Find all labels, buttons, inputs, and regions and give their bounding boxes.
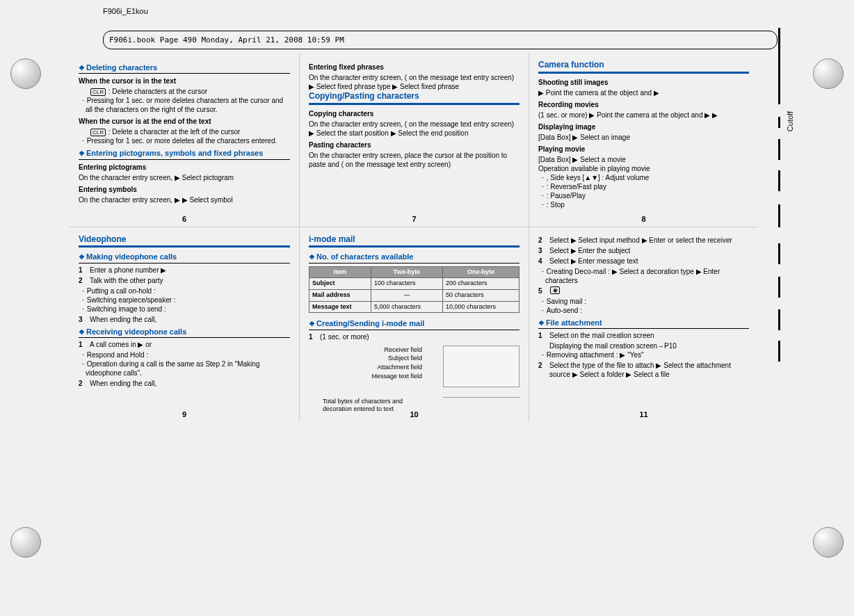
sub-heading: When the cursor is at the end of the tex… [79,117,290,126]
register-mark [813,58,844,89]
body-text: [Data Box] ▶ Select an image [538,133,749,142]
sub-heading: When the cursor is in the text [79,76,290,86]
body-text: ▶ Point the camera at the object and ▶ [538,88,749,97]
body-text: CLR : Delete characters at the cursor [90,87,290,96]
mail-diagram: Receiver field Subject field Attachment … [309,346,519,414]
page-number: 11 [639,410,647,419]
cutoff-label: Cutoff [786,111,794,131]
section-heading: ❖No. of characters available [309,252,519,263]
step: 1 (1 sec. or more) [309,332,519,341]
bullet: Operation during a call is the same as S… [86,359,290,378]
cut-mark [778,170,780,191]
body-text: On the character entry screen, ( on the … [309,120,519,138]
bullet: Respond and Hold : [86,350,290,359]
bullet: Switching earpiece/speaker : [86,295,290,305]
diagram-label: Attachment field [309,364,443,372]
diagram-label: Subject field [309,355,443,363]
page-6: ❖Deleting characters When the cursor is … [70,53,299,227]
page-7: Entering fixed phrases On the character … [299,53,529,227]
body-text: CLR : Delete a character at the left of … [90,127,290,136]
section-title: Videophone [79,234,290,248]
page-number: 10 [410,410,418,419]
cut-mark [778,117,780,128]
step: 1A call comes in ▶ or [79,340,290,349]
sub-heading: Entering pictograms [79,163,290,172]
bullet: Saving mail : [545,297,749,306]
section-heading: ❖File attachment [538,318,749,329]
sub-heading: Shooting still images [538,78,749,87]
bullet: Creating Deco-mail : ▶ Select a decorati… [545,267,749,285]
bullet: : Stop [545,200,749,209]
table-header: Item [309,266,371,278]
page-10: i-mode mail ❖No. of characters available… [299,227,529,421]
body-text: Displaying the mail creation screen→P10 [549,341,749,350]
cut-mark [778,277,780,298]
section-heading: ❖Entering pictograms, symbols and fixed … [79,148,290,159]
bullet: : Pause/Play [545,191,749,200]
section-title: Camera function [538,60,749,74]
bullet: Removing attachment : ▶ "Yes" [545,350,749,359]
section-heading: ❖Receiving videophone calls [79,327,290,338]
section-heading: ❖Deleting characters [79,63,290,74]
step: 1Select on the mail creation screen [538,331,749,340]
step: 5◉ [538,286,749,295]
step: 3Select ▶ Enter the subject [538,246,749,255]
page-grid: ❖Deleting characters When the cursor is … [70,53,758,421]
cut-mark [778,243,780,264]
register-mark [10,527,41,558]
body-text: On the character entry screen, ▶ ▶ Selec… [79,195,290,204]
sub-heading: Recording movies [538,100,749,109]
clr-key-icon: CLR [90,129,106,136]
diagram-line [443,397,519,404]
bullet: Switching image to send : [86,305,290,314]
register-mark [813,527,844,558]
sub-heading: Entering symbols [79,185,290,194]
cut-mark [778,139,780,160]
table-row: Subject 100 characters 200 characters [309,278,519,290]
table-header: Two-byte [371,266,442,278]
page-9: Videophone ❖Making videophone calls 1Ent… [70,227,299,421]
bullet: Pressing for 1 sec. or more deletes all … [86,136,290,145]
page-number: 8 [641,214,645,224]
bullet: Pressing for 1 sec. or more deletes char… [86,96,290,114]
sub-heading: Pasting characters [309,140,519,149]
body-text: [Data Box] ▶ Select a movie [538,155,749,164]
doc-header: F906i_E1kou [103,7,148,15]
diagram-label: Receiver field [309,346,443,355]
step: 1Enter a phone number ▶ [79,266,290,275]
body-text: On the character entry screen, ▶ Select … [79,173,290,182]
cut-mark [778,341,780,362]
page-number: 6 [182,214,186,224]
bullet: Auto-send : [545,306,749,315]
step: 2Talk with the other party [79,276,290,285]
sub-heading: Copying characters [309,109,519,118]
sub-heading: Displaying image [538,122,749,131]
mail-screen-preview [443,346,519,387]
diagram-label: Message text field [309,373,443,381]
step: 3When ending the call, [79,315,290,324]
section-title: i-mode mail [309,234,519,248]
body-text: Operation available in playing movie [538,164,749,173]
bullet: : Reverse/Fast play [545,182,749,191]
clr-key-icon: CLR [90,88,106,96]
camera-key-icon: ◉ [550,286,560,294]
section-title: Copying/Pasting characters [309,91,519,105]
register-mark [10,58,41,89]
cut-mark [778,204,780,227]
section-heading: ❖Creating/Sending i-mode mail [309,318,519,330]
page-number: 7 [412,214,416,224]
table-header: One-byte [443,266,519,278]
page-8: Camera function Shooting still images ▶ … [529,53,758,227]
step: 2Select ▶ Select input method ▶ Enter or… [538,236,749,245]
page-number: 9 [182,410,186,419]
sub-heading: Playing movie [538,145,749,154]
table-row: Message text 5,000 characters 10,000 cha… [309,301,519,313]
page-11: 2Select ▶ Select input method ▶ Enter or… [529,227,758,421]
characters-table: Item Two-byte One-byte Subject 100 chara… [309,266,519,314]
cut-mark [778,309,780,330]
step: 2When ending the call, [79,379,290,388]
book-page-header: F906i.book Page 490 Monday, April 21, 20… [103,31,778,49]
diagram-label: Total bytes of characters and decoration… [309,398,443,414]
bullet: Putting a call on-hold : [86,286,290,295]
step: 2Select the type of the file to attach ▶… [538,361,749,379]
